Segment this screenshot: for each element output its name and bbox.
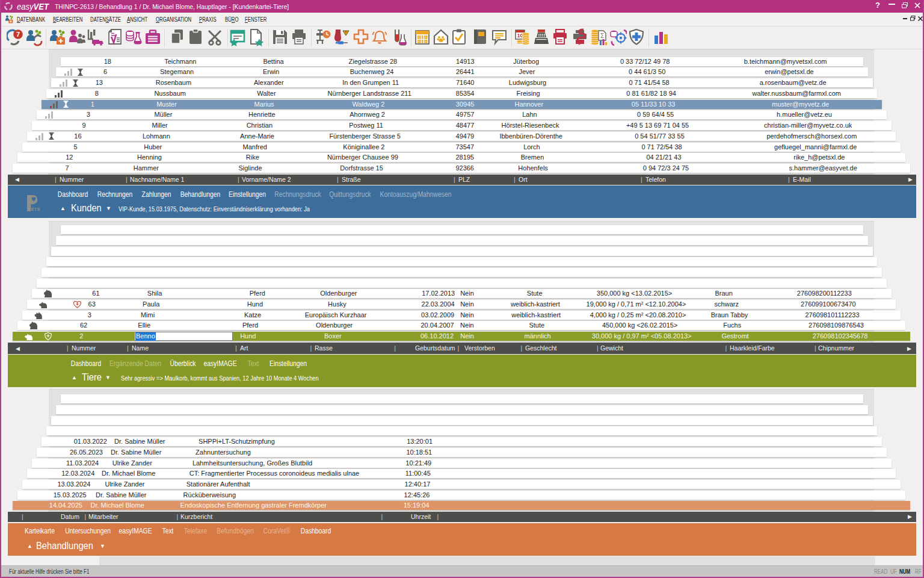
svg-text:7: 7 xyxy=(16,31,20,38)
svg-text:ETS: ETS xyxy=(31,207,40,211)
svg-text:∑: ∑ xyxy=(600,32,604,38)
